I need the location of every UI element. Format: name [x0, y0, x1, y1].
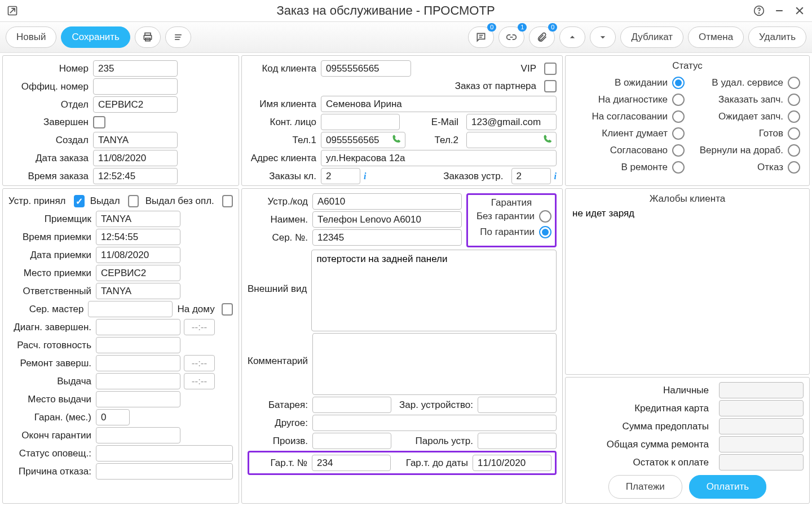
devname-input[interactable] — [312, 211, 462, 228]
refuse-input[interactable] — [96, 463, 233, 480]
status-radio[interactable] — [788, 77, 800, 89]
card-input[interactable] — [719, 400, 804, 416]
comment-textarea[interactable] — [312, 333, 557, 395]
status-radio[interactable] — [672, 77, 685, 89]
info-icon[interactable]: i — [554, 171, 557, 181]
receiver-input[interactable] — [96, 211, 180, 227]
gdate-input[interactable] — [473, 455, 551, 471]
devname-label: Наимен. — [248, 214, 312, 225]
close-icon[interactable] — [793, 4, 806, 17]
other-input[interactable] — [312, 415, 557, 431]
status-label: В удал. сервисе — [712, 77, 783, 88]
diagdone-input[interactable] — [96, 319, 180, 335]
repdone-input[interactable] — [96, 355, 180, 371]
status-radio[interactable] — [672, 144, 685, 157]
dept-input[interactable] — [93, 96, 178, 113]
total-input[interactable] — [719, 436, 804, 452]
serial-input[interactable] — [312, 229, 462, 246]
delete-button[interactable]: Удалить — [748, 26, 806, 48]
issueplace-input[interactable] — [96, 391, 180, 407]
ordertime-input[interactable] — [93, 168, 178, 184]
addr-input[interactable] — [321, 150, 557, 166]
email-input[interactable] — [466, 114, 557, 130]
status-radio[interactable] — [788, 161, 800, 174]
down-button[interactable] — [590, 26, 616, 48]
status-radio[interactable] — [672, 161, 685, 174]
orderdate-input[interactable] — [93, 150, 178, 166]
recvdate-input[interactable] — [96, 247, 180, 263]
master-input[interactable] — [88, 301, 173, 317]
notify-input[interactable] — [96, 445, 233, 461]
contact-label: Конт. лицо — [248, 117, 321, 128]
save-button[interactable]: Сохранить — [61, 26, 130, 48]
complaints-panel: Жалобы клиента — [565, 188, 810, 375]
home-checkbox[interactable] — [222, 303, 233, 316]
warranty-end-input[interactable] — [96, 427, 180, 443]
status-heading: Статус — [571, 60, 804, 72]
estready-input[interactable] — [96, 337, 180, 353]
status-radio[interactable] — [672, 110, 685, 123]
charger-input[interactable] — [478, 397, 557, 413]
issue-input[interactable] — [96, 373, 180, 389]
warranty-mo-input[interactable] — [96, 409, 130, 425]
issued-checkbox[interactable] — [128, 195, 139, 207]
warranty-yes-radio[interactable] — [539, 226, 551, 238]
popout-icon[interactable] — [6, 4, 19, 17]
issue-time-input[interactable] — [184, 373, 215, 389]
toolbar: Новый Сохранить 0 1 0 — [0, 22, 812, 53]
info-icon[interactable]: i — [364, 171, 366, 181]
diagdone-time-input[interactable] — [184, 319, 215, 335]
vip-checkbox[interactable] — [544, 63, 557, 75]
recvplace-input[interactable] — [96, 265, 180, 281]
number-input[interactable] — [93, 60, 178, 77]
remain-input[interactable] — [719, 454, 804, 471]
partner-checkbox[interactable] — [544, 80, 557, 92]
battery-input[interactable] — [312, 397, 391, 413]
minimize-icon[interactable] — [773, 4, 786, 17]
status-radio[interactable] — [788, 94, 800, 106]
menu-button[interactable] — [165, 26, 191, 48]
cancel-button[interactable]: Отмена — [688, 26, 744, 48]
responsible-input[interactable] — [96, 283, 180, 299]
warranty-none-radio[interactable] — [539, 210, 551, 223]
status-radio[interactable] — [672, 127, 685, 140]
recvplace-label: Место приемки — [8, 268, 96, 279]
created-input[interactable] — [93, 132, 178, 148]
status-radio[interactable] — [788, 110, 800, 123]
devcode-input[interactable] — [312, 193, 462, 210]
devorders-input[interactable] — [511, 168, 551, 184]
status-radio[interactable] — [672, 94, 685, 106]
complaints-textarea[interactable] — [571, 207, 804, 319]
recvtime-input[interactable] — [96, 229, 180, 245]
gnum-input[interactable] — [312, 455, 391, 471]
addr-label: Адрес клиента — [248, 153, 321, 164]
new-button[interactable]: Новый — [6, 26, 56, 48]
cash-input[interactable] — [719, 382, 804, 398]
up-button[interactable] — [559, 26, 585, 48]
pay-button[interactable]: Оплатить — [689, 475, 766, 499]
issued-nopay-checkbox[interactable] — [222, 195, 233, 207]
received-checkbox[interactable] — [74, 195, 85, 207]
completed-checkbox[interactable] — [93, 116, 105, 128]
repdone-time-input[interactable] — [184, 355, 215, 371]
status-radio[interactable] — [788, 144, 800, 157]
status-radio[interactable] — [788, 127, 800, 140]
clientorders-input[interactable] — [321, 168, 360, 184]
phone-icon[interactable] — [392, 134, 402, 147]
duplicate-button[interactable]: Дубликат — [620, 26, 683, 48]
offnum-input[interactable] — [93, 78, 178, 95]
help-icon[interactable] — [752, 4, 766, 17]
print-button[interactable] — [135, 26, 161, 48]
serial-label: Сер. №. — [248, 232, 312, 243]
core-panel: Номер Оффиц. номер Отдел Завершен Создал… — [2, 55, 239, 186]
status-label: Ожидает запч. — [718, 111, 783, 122]
client-name-input[interactable] — [321, 96, 557, 112]
payments-button[interactable]: Платежи — [608, 475, 682, 499]
appearance-textarea[interactable] — [311, 250, 557, 331]
contact-input[interactable] — [321, 114, 400, 130]
phone-icon[interactable] — [543, 134, 553, 147]
prepay-input[interactable] — [719, 418, 804, 434]
client-code-input[interactable] — [321, 60, 411, 77]
maker-input[interactable] — [312, 433, 391, 449]
password-input[interactable] — [478, 433, 557, 449]
